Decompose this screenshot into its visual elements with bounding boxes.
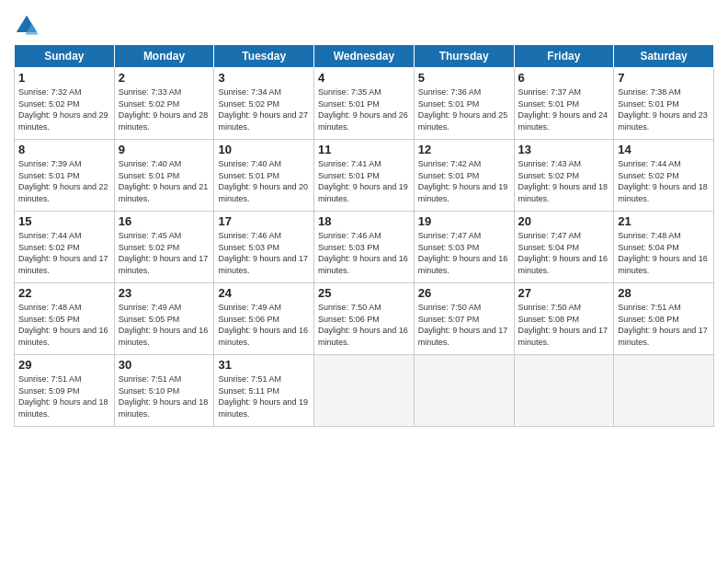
calendar-week-row: 29 Sunrise: 7:51 AMSunset: 5:09 PMDaylig… <box>15 355 714 427</box>
page-container: SundayMondayTuesdayWednesdayThursdayFrid… <box>0 0 728 436</box>
day-info: Sunrise: 7:44 AMSunset: 5:02 PMDaylight:… <box>18 231 108 275</box>
calendar-cell: 30 Sunrise: 7:51 AMSunset: 5:10 PMDaylig… <box>114 355 214 427</box>
day-info: Sunrise: 7:47 AMSunset: 5:03 PMDaylight:… <box>418 231 508 275</box>
calendar-cell: 23 Sunrise: 7:49 AMSunset: 5:05 PMDaylig… <box>114 283 214 355</box>
calendar-cell: 4 Sunrise: 7:35 AMSunset: 5:01 PMDayligh… <box>314 68 415 140</box>
calendar-cell: 7 Sunrise: 7:38 AMSunset: 5:01 PMDayligh… <box>614 68 714 140</box>
day-info: Sunrise: 7:51 AMSunset: 5:08 PMDaylight:… <box>618 303 708 347</box>
calendar-cell: 9 Sunrise: 7:40 AMSunset: 5:01 PMDayligh… <box>114 140 214 212</box>
calendar-week-row: 8 Sunrise: 7:39 AMSunset: 5:01 PMDayligh… <box>15 140 714 212</box>
calendar-week-row: 1 Sunrise: 7:32 AMSunset: 5:02 PMDayligh… <box>15 68 714 140</box>
day-info: Sunrise: 7:49 AMSunset: 5:06 PMDaylight:… <box>218 303 308 347</box>
day-number: 4 <box>318 71 410 85</box>
day-number: 11 <box>318 143 410 156</box>
day-number: 27 <box>518 286 610 300</box>
day-info: Sunrise: 7:51 AMSunset: 5:11 PMDaylight:… <box>218 374 308 419</box>
day-number: 26 <box>418 286 510 300</box>
weekday-header-row: SundayMondayTuesdayWednesdayThursdayFrid… <box>15 45 714 68</box>
day-info: Sunrise: 7:39 AMSunset: 5:01 PMDaylight:… <box>18 159 108 203</box>
calendar-cell: 27 Sunrise: 7:50 AMSunset: 5:08 PMDaylig… <box>514 283 614 355</box>
day-info: Sunrise: 7:49 AMSunset: 5:05 PMDaylight:… <box>119 303 209 347</box>
day-info: Sunrise: 7:34 AMSunset: 5:02 PMDaylight:… <box>218 87 308 132</box>
day-number: 21 <box>618 214 710 228</box>
calendar-cell: 31 Sunrise: 7:51 AMSunset: 5:11 PMDaylig… <box>214 355 314 427</box>
day-info: Sunrise: 7:46 AMSunset: 5:03 PMDaylight:… <box>218 231 308 275</box>
day-info: Sunrise: 7:46 AMSunset: 5:03 PMDaylight:… <box>318 231 408 275</box>
calendar-cell: 11 Sunrise: 7:41 AMSunset: 5:01 PMDaylig… <box>314 140 415 212</box>
calendar-cell: 1 Sunrise: 7:32 AMSunset: 5:02 PMDayligh… <box>15 68 115 140</box>
day-number: 20 <box>518 214 610 228</box>
day-info: Sunrise: 7:50 AMSunset: 5:08 PMDaylight:… <box>518 303 609 347</box>
calendar-cell: 12 Sunrise: 7:42 AMSunset: 5:01 PMDaylig… <box>414 140 514 212</box>
weekday-header-cell: Wednesday <box>314 45 415 68</box>
calendar-cell: 5 Sunrise: 7:36 AMSunset: 5:01 PMDayligh… <box>414 68 514 140</box>
day-number: 19 <box>418 214 510 228</box>
calendar-cell: 14 Sunrise: 7:44 AMSunset: 5:02 PMDaylig… <box>614 140 714 212</box>
calendar-cell: 19 Sunrise: 7:47 AMSunset: 5:03 PMDaylig… <box>414 212 514 283</box>
day-info: Sunrise: 7:48 AMSunset: 5:04 PMDaylight:… <box>618 231 708 275</box>
calendar-cell <box>514 355 614 427</box>
day-number: 16 <box>119 214 210 228</box>
day-info: Sunrise: 7:36 AMSunset: 5:01 PMDaylight:… <box>418 87 508 132</box>
weekday-header-cell: Monday <box>114 45 214 68</box>
day-number: 2 <box>119 71 210 85</box>
day-number: 24 <box>218 286 310 300</box>
calendar-cell: 3 Sunrise: 7:34 AMSunset: 5:02 PMDayligh… <box>214 68 314 140</box>
weekday-header-cell: Friday <box>514 45 614 68</box>
weekday-header-cell: Saturday <box>614 45 714 68</box>
calendar-cell: 16 Sunrise: 7:45 AMSunset: 5:02 PMDaylig… <box>114 212 214 283</box>
day-info: Sunrise: 7:40 AMSunset: 5:01 PMDaylight:… <box>119 159 209 203</box>
calendar-cell: 28 Sunrise: 7:51 AMSunset: 5:08 PMDaylig… <box>614 283 714 355</box>
day-info: Sunrise: 7:42 AMSunset: 5:01 PMDaylight:… <box>418 159 508 203</box>
day-info: Sunrise: 7:51 AMSunset: 5:09 PMDaylight:… <box>18 374 108 419</box>
calendar-cell: 10 Sunrise: 7:40 AMSunset: 5:01 PMDaylig… <box>214 140 314 212</box>
day-number: 7 <box>618 71 710 85</box>
day-number: 30 <box>119 358 210 372</box>
calendar-cell: 18 Sunrise: 7:46 AMSunset: 5:03 PMDaylig… <box>314 212 415 283</box>
day-number: 31 <box>218 358 310 372</box>
day-number: 12 <box>418 143 510 156</box>
day-number: 1 <box>18 71 110 85</box>
day-info: Sunrise: 7:45 AMSunset: 5:02 PMDaylight:… <box>119 231 209 275</box>
calendar-cell: 15 Sunrise: 7:44 AMSunset: 5:02 PMDaylig… <box>15 212 115 283</box>
logo-icon <box>14 13 40 39</box>
calendar-cell: 17 Sunrise: 7:46 AMSunset: 5:03 PMDaylig… <box>214 212 314 283</box>
calendar-cell: 21 Sunrise: 7:48 AMSunset: 5:04 PMDaylig… <box>614 212 714 283</box>
day-info: Sunrise: 7:33 AMSunset: 5:02 PMDaylight:… <box>119 87 209 132</box>
day-info: Sunrise: 7:44 AMSunset: 5:02 PMDaylight:… <box>618 159 708 203</box>
calendar-cell <box>614 355 714 427</box>
day-number: 10 <box>218 143 310 156</box>
day-number: 6 <box>518 71 610 85</box>
day-info: Sunrise: 7:40 AMSunset: 5:01 PMDaylight:… <box>218 159 308 203</box>
day-number: 9 <box>119 143 210 156</box>
day-number: 14 <box>618 143 710 156</box>
calendar-cell <box>314 355 415 427</box>
day-info: Sunrise: 7:32 AMSunset: 5:02 PMDaylight:… <box>18 87 108 132</box>
day-info: Sunrise: 7:37 AMSunset: 5:01 PMDaylight:… <box>518 87 609 132</box>
day-number: 22 <box>18 286 110 300</box>
calendar-cell: 26 Sunrise: 7:50 AMSunset: 5:07 PMDaylig… <box>414 283 514 355</box>
calendar-cell: 13 Sunrise: 7:43 AMSunset: 5:02 PMDaylig… <box>514 140 614 212</box>
day-number: 3 <box>218 71 310 85</box>
day-number: 23 <box>119 286 210 300</box>
calendar-cell: 20 Sunrise: 7:47 AMSunset: 5:04 PMDaylig… <box>514 212 614 283</box>
calendar-cell: 2 Sunrise: 7:33 AMSunset: 5:02 PMDayligh… <box>114 68 214 140</box>
day-number: 28 <box>618 286 710 300</box>
calendar-table: SundayMondayTuesdayWednesdayThursdayFrid… <box>14 44 714 427</box>
calendar-cell: 24 Sunrise: 7:49 AMSunset: 5:06 PMDaylig… <box>214 283 314 355</box>
logo <box>14 13 41 39</box>
calendar-week-row: 22 Sunrise: 7:48 AMSunset: 5:05 PMDaylig… <box>15 283 714 355</box>
day-info: Sunrise: 7:41 AMSunset: 5:01 PMDaylight:… <box>318 159 408 203</box>
calendar-cell: 8 Sunrise: 7:39 AMSunset: 5:01 PMDayligh… <box>15 140 115 212</box>
weekday-header-cell: Tuesday <box>214 45 314 68</box>
day-info: Sunrise: 7:35 AMSunset: 5:01 PMDaylight:… <box>318 87 408 132</box>
day-number: 17 <box>218 214 310 228</box>
calendar-cell: 22 Sunrise: 7:48 AMSunset: 5:05 PMDaylig… <box>15 283 115 355</box>
calendar-week-row: 15 Sunrise: 7:44 AMSunset: 5:02 PMDaylig… <box>15 212 714 283</box>
header <box>14 9 714 39</box>
calendar-cell: 25 Sunrise: 7:50 AMSunset: 5:06 PMDaylig… <box>314 283 415 355</box>
calendar-body: 1 Sunrise: 7:32 AMSunset: 5:02 PMDayligh… <box>15 68 714 427</box>
day-info: Sunrise: 7:50 AMSunset: 5:07 PMDaylight:… <box>418 303 508 347</box>
day-info: Sunrise: 7:43 AMSunset: 5:02 PMDaylight:… <box>518 159 609 203</box>
weekday-header-cell: Sunday <box>15 45 115 68</box>
